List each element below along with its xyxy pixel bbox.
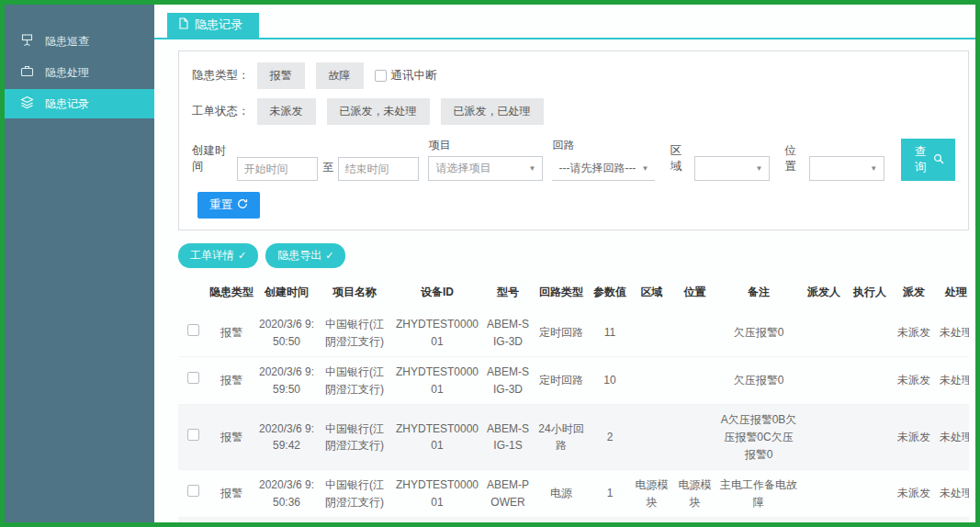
search-filter-row: 创建时间 至 项目 请选择项目 ▼ 回路 ---请先择回路--- ▼ [192,138,955,181]
project-cell: 中国银行(江阴澄江支行) [318,518,391,522]
remark-cell: 欠压报警0 [716,309,801,357]
reset-button[interactable]: 重置 [197,192,260,219]
project-cell: 中国银行(江阴澄江支行) [318,357,391,405]
area-select[interactable]: ▼ [694,156,770,181]
model-cell: ABEM-SIG-3D [483,357,533,405]
project-cell: 中国银行(江阴澄江支行) [318,405,391,470]
briefcase-icon [20,64,34,81]
row-checkbox-cell [178,470,208,518]
status-filter-label: 工单状态： [192,104,250,119]
row-checkbox-cell [178,357,208,405]
model-cell: ABEM-SIG-1S [483,405,533,470]
model-cell: ABEM-POWER [483,470,533,518]
remark-cell: 主电工作备电故障 [716,470,801,518]
chevron-down-icon: ▼ [528,164,535,173]
value-cell: 200 [590,518,630,522]
circuit-cell: 定时回路 [533,357,590,405]
project-cell: 中国银行(江阴澄江支行) [318,309,391,357]
dispatch-cell: 未派发 [893,309,935,357]
location-cell [673,309,716,357]
type-cell: 报警 [208,309,255,357]
type-cell: 报警 [208,518,255,522]
sidebar-item-label: 隐患记录 [45,96,89,112]
column-header: 派发 [893,277,935,309]
column-header: 型号 [483,277,533,309]
type-filter-label: 隐患类型： [192,68,250,84]
status-filter-row: 工单状态： 未派发已派发，未处理已派发，已处理 [192,98,955,125]
location-select[interactable]: ▼ [809,156,884,181]
value-cell: 10 [590,357,630,405]
table-row: 报警2020/3/6 9:59:42中国银行(江阴澄江支行)ZHYDTEST00… [178,405,969,470]
column-header: 位置 [673,277,716,309]
device-cell: ZHYDTEST000001 [391,309,483,357]
project-select[interactable]: 请选择项目 ▼ [428,156,543,181]
area-cell [630,309,673,357]
sidebar: 隐患巡查隐患处理隐患记录 [5,5,154,522]
value-cell: 11 [590,309,630,357]
handle-cell: 未处理 [935,309,969,357]
work-order-detail-button[interactable]: 工单详情 ✓ [178,243,258,268]
query-button[interactable]: 查询 [901,139,955,181]
sidebar-item-3[interactable]: 隐患记录 [5,89,154,118]
value-cell: 1 [590,470,630,518]
sidebar-item-label: 隐患处理 [45,65,89,81]
row-checkbox[interactable] [187,429,199,441]
dispatch-cell: 未派发 [893,470,935,518]
start-time-input[interactable] [237,157,318,181]
model-cell: ABEM-SIG-3D [483,309,533,357]
type-filter-button-2[interactable]: 故障 [316,62,364,89]
circuit-select-group: 回路 ---请先择回路--- ▼ [552,138,655,181]
records-table-container: 隐患类型创建时间项目名称设备ID型号回路类型参数值区域位置备注派发人执行人派发处… [178,277,969,522]
type-filter-button-1[interactable]: 报警 [257,62,305,89]
to-label: 至 [322,160,333,175]
area-cell: 通讯模块 [630,518,673,522]
time-cell: 2020/3/6 9:50:36 [255,518,318,522]
location-label: 位置 [784,143,804,174]
column-header: 设备ID [391,277,483,309]
table-body: 报警2020/3/6 9:50:50中国银行(江阴澄江支行)ZHYDTEST00… [178,309,969,522]
refresh-icon [237,198,248,212]
status-filter-button-3[interactable]: 已派发，已处理 [441,98,544,125]
comm-break-checkbox-label[interactable]: 通讯中断 [375,68,437,84]
export-button[interactable]: 隐患导出 ✓ [265,243,345,268]
time-cell: 2020/3/6 9:59:42 [255,405,318,470]
column-header: 创建时间 [255,277,318,309]
row-checkbox[interactable] [187,485,199,497]
row-checkbox-cell [178,309,208,357]
checkbox-column-header [178,277,208,309]
table-row: 报警2020/3/6 9:50:36中国银行(江阴澄江支行)ZHYDTEST00… [178,518,969,522]
comm-break-checkbox[interactable] [375,70,387,82]
location-cell: 通讯模块 [673,518,716,522]
status-filter-button-2[interactable]: 已派发，未处理 [327,98,430,125]
circuit-cell: 定时回路 [533,309,590,357]
create-time-label: 创建时间 [192,143,230,174]
page-title-tab: 隐患记录 [167,13,259,38]
device-cell: ZHYDTEST000001 [391,470,483,518]
circuit-select[interactable]: ---请先择回路--- ▼ [552,156,655,181]
circuit-cell: 电源 [533,470,590,518]
handle-cell: 未处理 [935,470,969,518]
time-cell: 2020/3/6 9:59:50 [255,357,318,405]
device-cell: ZHYDTEST000001 [391,405,483,470]
dispatcher-cell [801,309,847,357]
row-checkbox[interactable] [187,372,199,384]
row-checkbox-cell [178,518,208,522]
executor-cell [847,357,893,405]
status-filter-button-1[interactable]: 未派发 [257,98,316,125]
type-filter-row: 隐患类型： 报警故障 通讯中断 [192,62,955,89]
end-time-input[interactable] [338,157,419,181]
dispatcher-cell [801,470,847,518]
dispatcher-cell [801,357,847,405]
row-checkbox[interactable] [187,324,199,336]
area-label: 区域 [670,143,689,174]
main-content: 隐患记录 隐患类型： 报警故障 通讯中断 工单状态： 未派发已派发，未处理已派发… [154,5,975,522]
table-row: 报警2020/3/6 9:50:36中国银行(江阴澄江支行)ZHYDTEST00… [178,470,969,518]
project-select-group: 项目 请选择项目 ▼ [428,138,543,181]
sidebar-item-1[interactable]: 隐患巡查 [5,27,154,56]
document-icon [178,17,189,32]
sidebar-item-2[interactable]: 隐患处理 [5,58,154,87]
circuit-cell: 通讯模块 [533,518,590,522]
chevron-down-icon: ▼ [870,164,877,173]
value-cell: 2 [590,405,630,470]
area-cell [630,405,673,470]
